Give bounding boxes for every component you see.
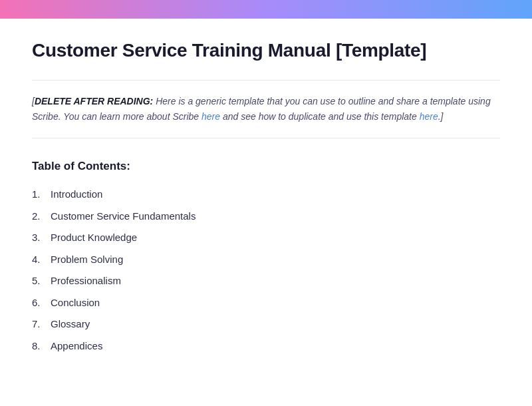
list-item: 6.Conclusion <box>32 292 500 314</box>
notice-text-after: .] <box>438 111 444 122</box>
toc-item-label: Customer Service Fundamentals <box>51 210 196 222</box>
notice-link-2[interactable]: here <box>420 111 438 122</box>
toc-item-num: 5. <box>32 274 51 289</box>
toc-item-label: Product Knowledge <box>51 232 137 243</box>
toc-item-num: 8. <box>32 339 51 354</box>
notice-text: [DELETE AFTER READING: Here is a generic… <box>32 94 500 124</box>
toc-item-label: Introduction <box>51 188 102 200</box>
main-content: Customer Service Training Manual [Templa… <box>0 19 532 378</box>
notice-label: DELETE AFTER READING: <box>35 96 153 106</box>
list-item: 8.Appendices <box>32 335 500 357</box>
toc-item-label: Problem Solving <box>51 254 123 265</box>
toc-item-label: Glossary <box>51 318 90 329</box>
list-item: 1.Introduction <box>32 184 500 206</box>
toc-item-num: 3. <box>32 230 51 246</box>
toc-list: 1.Introduction2.Customer Service Fundame… <box>32 184 500 357</box>
list-item: 3.Product Knowledge <box>32 227 500 249</box>
toc-title: Table of Contents: <box>32 160 500 173</box>
list-item: 7.Glossary <box>32 313 500 335</box>
toc-item-label: Appendices <box>51 340 102 351</box>
toc-item-num: 6. <box>32 296 51 311</box>
toc-item-num: 2. <box>32 209 51 224</box>
table-of-contents: Table of Contents: 1.Introduction2.Custo… <box>32 160 500 357</box>
toc-item-num: 7. <box>32 317 51 332</box>
page-title: Customer Service Training Manual [Templa… <box>32 40 500 61</box>
notice-block: [DELETE AFTER READING: Here is a generic… <box>32 94 500 124</box>
list-item: 5.Professionalism <box>32 270 500 292</box>
toc-item-num: 1. <box>32 187 51 202</box>
toc-item-label: Professionalism <box>51 275 121 286</box>
top-banner <box>0 0 532 19</box>
list-item: 4.Problem Solving <box>32 249 500 271</box>
toc-item-num: 4. <box>32 252 51 268</box>
divider-2 <box>32 138 500 138</box>
notice-text-between: and see how to duplicate and use this te… <box>220 111 420 122</box>
toc-item-label: Conclusion <box>51 297 100 308</box>
divider-1 <box>32 80 500 81</box>
list-item: 2.Customer Service Fundamentals <box>32 206 500 228</box>
notice-link-1[interactable]: here <box>201 111 220 122</box>
